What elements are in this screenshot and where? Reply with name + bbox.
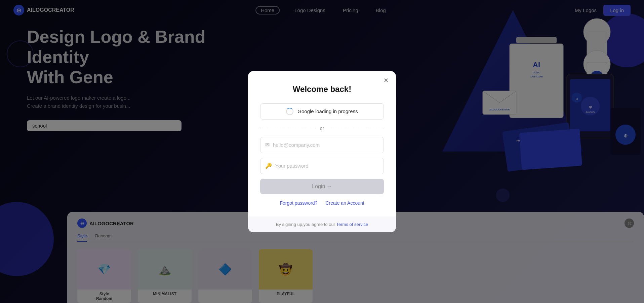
login-submit-button[interactable]: Login → (260, 179, 384, 194)
email-input[interactable] (273, 142, 379, 148)
modal-title: Welcome back! (260, 85, 384, 94)
password-input-group: 🔑 (260, 158, 384, 174)
google-login-button[interactable]: Google loading in progress (260, 103, 384, 120)
divider-text: or (320, 126, 324, 131)
modal-footer-text: By signing up,you agree to our (276, 222, 336, 227)
google-spinner (286, 108, 293, 115)
modal-overlay: ✕ Welcome back! Google loading in progre… (0, 0, 644, 303)
password-icon: 🔑 (265, 163, 272, 169)
modal-close-button[interactable]: ✕ (381, 76, 391, 85)
password-input[interactable] (275, 163, 379, 169)
email-icon: ✉ (265, 142, 270, 148)
login-modal: ✕ Welcome back! Google loading in progre… (248, 71, 396, 232)
create-account-link[interactable]: Create an Account (325, 200, 364, 206)
divider-right (328, 128, 384, 128)
divider-left (260, 128, 316, 128)
modal-footer: By signing up,you agree to our Terms of … (248, 216, 396, 232)
terms-of-service-link[interactable]: Terms of service (336, 222, 368, 227)
divider-row: or (260, 126, 384, 131)
modal-links: Forgot password? Create an Account (260, 200, 384, 206)
email-input-group: ✉ (260, 137, 384, 153)
forgot-password-link[interactable]: Forgot password? (280, 200, 317, 206)
google-btn-label: Google loading in progress (297, 108, 358, 114)
